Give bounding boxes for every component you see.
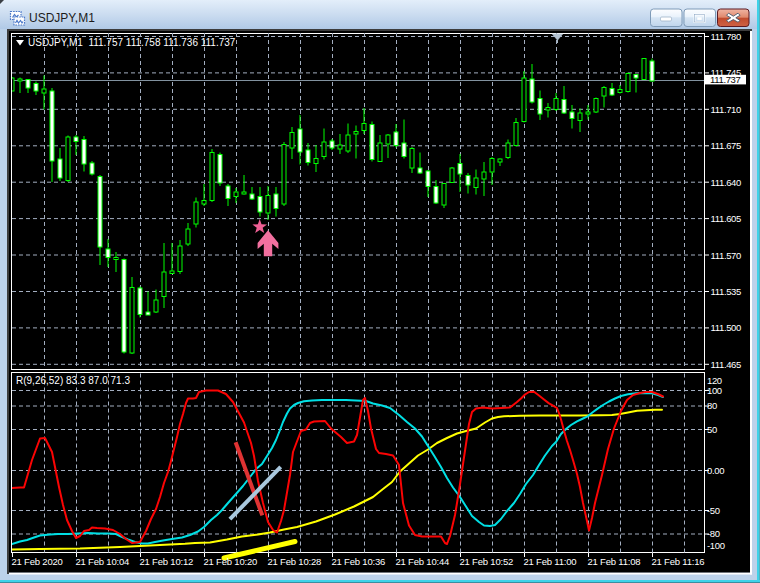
svg-text:111.570: 111.570 [711,250,742,261]
svg-text:111.675: 111.675 [711,140,742,151]
svg-text:21 Feb 10:28: 21 Feb 10:28 [268,556,322,567]
svg-text:111.780: 111.780 [711,31,742,42]
svg-text:21 Feb 11:16: 21 Feb 11:16 [652,556,705,567]
svg-text:21 Feb 2020: 21 Feb 2020 [12,556,63,567]
svg-text:111.500: 111.500 [711,322,742,333]
svg-text:80: 80 [707,400,717,411]
svg-text:111.710: 111.710 [711,104,742,115]
svg-text:111.737: 111.737 [710,74,741,85]
svg-text:50: 50 [707,424,717,435]
svg-text:111.465: 111.465 [711,359,742,370]
svg-text:111.640: 111.640 [711,177,742,188]
svg-text:21 Feb 10:04: 21 Feb 10:04 [76,556,130,567]
svg-text:21 Feb 10:36: 21 Feb 10:36 [332,556,386,567]
svg-text:111.605: 111.605 [711,213,742,224]
svg-text:21 Feb 10:52: 21 Feb 10:52 [460,556,514,567]
svg-text:21 Feb 10:44: 21 Feb 10:44 [396,556,450,567]
svg-text:-50: -50 [707,505,720,516]
svg-text:-100: -100 [707,540,725,551]
svg-text:-80: -80 [707,528,720,539]
svg-text:R(9,26,52) 83.3 87.0 71.3: R(9,26,52) 83.3 87.0 71.3 [16,375,130,386]
svg-text:21 Feb 10:12: 21 Feb 10:12 [140,556,194,567]
svg-text:USDJPY,M1 111.757 111.758 111: USDJPY,M1 111.757 111.758 111.736 111.73… [28,37,236,48]
svg-text:111.535: 111.535 [711,286,742,297]
svg-text:100: 100 [707,385,722,396]
svg-text:0.00: 0.00 [707,465,724,476]
svg-text:21 Feb 11:08: 21 Feb 11:08 [588,556,641,567]
svg-text:21 Feb 11:00: 21 Feb 11:00 [524,556,577,567]
svg-text:21 Feb 10:20: 21 Feb 10:20 [204,556,258,567]
svg-text:USDJPY,M1: USDJPY,M1 [29,11,95,25]
